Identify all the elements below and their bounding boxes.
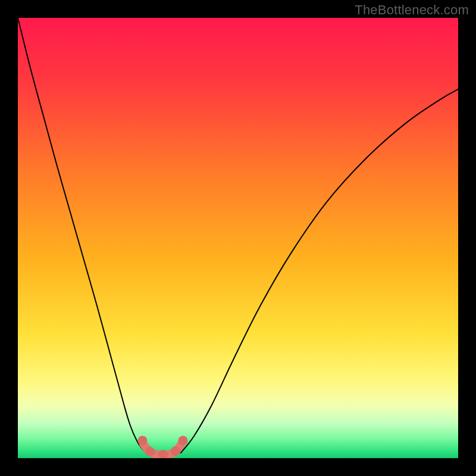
bottleneck-curve-left [18,18,150,454]
valley-marker [178,436,188,445]
valley-marker [137,436,147,445]
valley-marker [171,446,180,456]
bottleneck-curve-right [181,89,458,453]
chart-frame: TheBottleneck.com [0,0,476,476]
watermark-label: TheBottleneck.com [355,2,469,18]
plot-area [18,18,458,458]
valley-marker [145,447,155,456]
curve-layer [18,18,458,458]
